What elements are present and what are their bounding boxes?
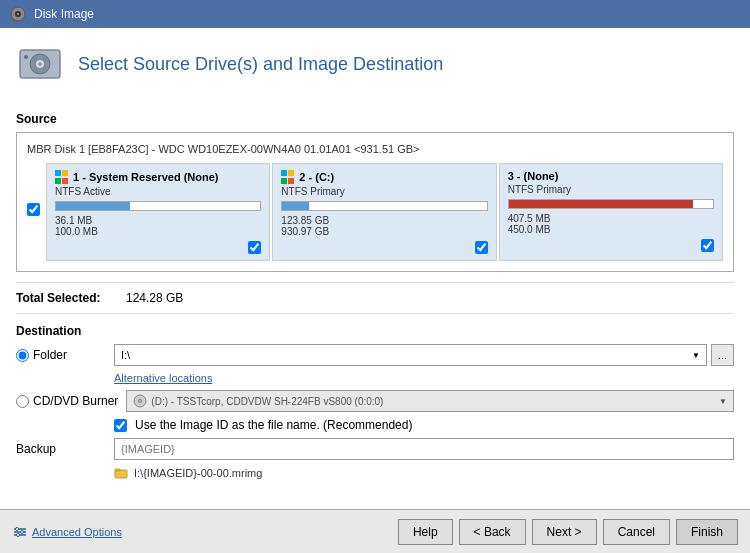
partition-3-checkbox-row[interactable] [508,239,714,252]
source-section: Source MBR Disk 1 [EB8FA23C] - WDC WD10E… [16,112,734,272]
partition-2-sizes: 123.85 GB 930.97 GB [281,215,487,237]
partition-1-name: 1 - System Reserved (None) [73,171,219,183]
disk-image-title-icon [10,6,26,22]
windows-logo-icon-1 [55,170,69,184]
folder-icon [114,466,128,480]
cddvd-option-label[interactable]: CD/DVD Burner [16,394,118,408]
title-bar-text: Disk Image [34,7,94,21]
help-button[interactable]: Help [398,519,453,545]
partition-item-3: 3 - (None) NTFS Primary 407.5 MB 450.0 M… [499,163,723,261]
partition-3-fs: NTFS Primary [508,184,714,195]
svg-point-6 [39,63,42,66]
advanced-options-link[interactable]: Advanced Options [12,524,122,540]
total-selected-value: 124.28 GB [126,291,183,305]
partition-2-checkbox-row[interactable] [281,241,487,254]
partition-1-checkbox-row[interactable] [55,241,261,254]
partitions-row: 1 - System Reserved (None) NTFS Active 3… [46,163,723,261]
cddvd-row: CD/DVD Burner (D:) - TSSTcorp, CDDVDW SH… [16,390,734,412]
disk-header-icon [16,40,64,88]
image-id-row: Use the Image ID as the file name. (Reco… [114,418,734,432]
partition-3-sizes: 407.5 MB 450.0 MB [508,213,714,235]
partition-2-checkbox[interactable] [475,241,488,254]
folder-input-row: I:\ ▼ ... [114,344,734,366]
partition-2-name: 2 - (C:) [299,171,334,183]
svg-point-2 [17,13,19,15]
bottom-buttons: Help < Back Next > Cancel Finish [398,519,738,545]
backup-label: Backup [16,442,106,456]
partition-2-progress-fill [282,202,309,210]
partition-3-name: 3 - (None) [508,170,559,182]
partition-1-fs: NTFS Active [55,186,261,197]
partition-3-checkbox[interactable] [701,239,714,252]
backup-row: Backup [16,438,734,460]
advanced-options-label: Advanced Options [32,526,122,538]
partition-1-sizes: 36.1 MB 100.0 MB [55,215,261,237]
partition-1-progress-container [55,201,261,211]
main-content: Select Source Drive(s) and Image Destina… [0,28,750,509]
disk-info: MBR Disk 1 [EB8FA23C] - WDC WD10EZEX-00W… [27,143,723,155]
partition-1-progress-fill [56,202,130,210]
disk-checkbox-area[interactable] [27,163,40,216]
output-path-text: I:\{IMAGEID}-00-00.mrimg [134,467,262,479]
disk-row-wrapper: 1 - System Reserved (None) NTFS Active 3… [27,163,723,261]
folder-dropdown[interactable]: I:\ ▼ [114,344,707,366]
disk-box: MBR Disk 1 [EB8FA23C] - WDC WD10EZEX-00W… [16,132,734,272]
svg-point-18 [17,533,20,536]
next-button[interactable]: Next > [532,519,597,545]
svg-point-7 [24,55,28,59]
use-image-id-checkbox[interactable] [114,419,127,432]
svg-point-16 [16,527,19,530]
partition-2-header: 2 - (C:) [281,170,487,184]
destination-section: Destination Folder I:\ ▼ ... Alternative… [16,324,734,480]
title-bar: Disk Image [0,0,750,28]
back-button[interactable]: < Back [459,519,526,545]
advanced-options-icon [12,524,28,540]
svg-point-17 [21,530,24,533]
partition-item-2: 2 - (C:) NTFS Primary 123.85 GB 930.97 G… [272,163,496,261]
destination-label: Destination [16,324,734,338]
browse-button[interactable]: ... [711,344,734,366]
backup-input[interactable] [114,438,734,460]
folder-radio[interactable] [16,349,29,362]
folder-option-label[interactable]: Folder [16,348,106,362]
header-section: Select Source Drive(s) and Image Destina… [16,40,734,98]
partition-3-header: 3 - (None) [508,170,714,182]
windows-logo-icon-2 [281,170,295,184]
source-label: Source [16,112,734,126]
finish-button[interactable]: Finish [676,519,738,545]
use-image-id-label: Use the Image ID as the file name. (Reco… [135,418,412,432]
output-path-row: I:\{IMAGEID}-00-00.mrimg [114,466,734,480]
folder-dropdown-value: I:\ [121,349,130,361]
cancel-button[interactable]: Cancel [603,519,670,545]
partition-2-fs: NTFS Primary [281,186,487,197]
partition-item-1: 1 - System Reserved (None) NTFS Active 3… [46,163,270,261]
total-selected-row: Total Selected: 124.28 GB [16,282,734,314]
svg-point-10 [140,400,142,402]
bottom-bar: Advanced Options Help < Back Next > Canc… [0,509,750,553]
folder-row: Folder I:\ ▼ ... [16,344,734,366]
cddvd-radio[interactable] [16,395,29,408]
partition-1-checkbox[interactable] [248,241,261,254]
folder-dropdown-arrow-icon: ▼ [692,351,700,360]
alt-locations-link[interactable]: Alternative locations [114,372,734,384]
page-title: Select Source Drive(s) and Image Destina… [78,54,443,75]
svg-rect-12 [115,469,120,471]
total-selected-label: Total Selected: [16,291,106,305]
partition-3-progress-fill [509,200,693,208]
cd-icon [133,394,147,408]
disk-select-checkbox[interactable] [27,203,40,216]
partition-3-progress-container [508,199,714,209]
cddvd-select[interactable]: (D:) - TSSTcorp, CDDVDW SH-224FB vS800 (… [126,390,734,412]
cddvd-select-value: (D:) - TSSTcorp, CDDVDW SH-224FB vS800 (… [151,396,719,407]
partition-1-header: 1 - System Reserved (None) [55,170,261,184]
partition-2-progress-container [281,201,487,211]
cddvd-dropdown-arrow-icon: ▼ [719,397,727,406]
